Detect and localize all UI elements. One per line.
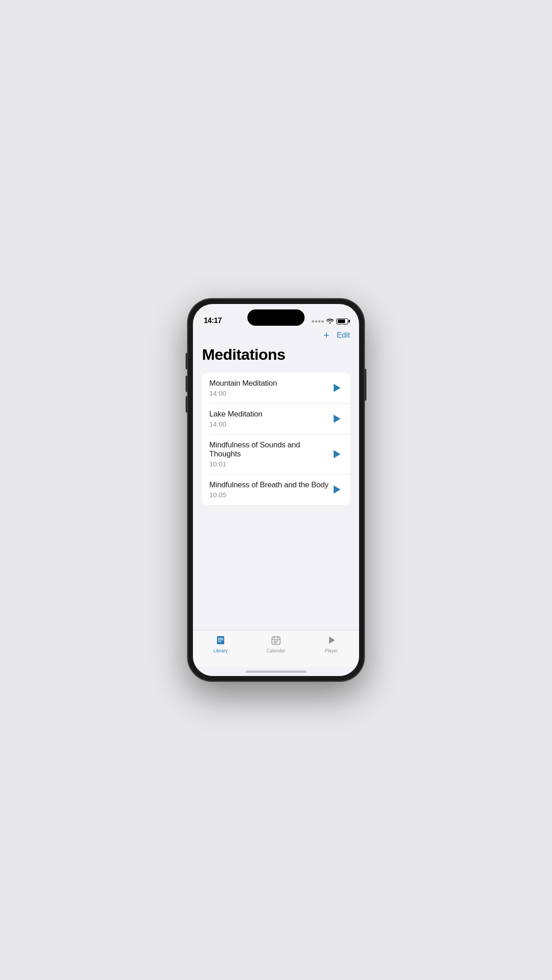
- svg-rect-12: [276, 642, 277, 643]
- calendar-icon: [270, 634, 282, 647]
- dynamic-island: [247, 309, 305, 326]
- meditation-duration: 14:00: [209, 420, 262, 428]
- svg-rect-11: [274, 642, 275, 643]
- meditation-title: Mindfulness of Sounds and Thoughts: [209, 441, 330, 459]
- signal-icon: [312, 320, 324, 323]
- list-item[interactable]: Mindfulness of Breath and the Body 10:05: [202, 474, 350, 505]
- tab-library[interactable]: Library: [193, 634, 248, 653]
- svg-rect-1: [218, 638, 223, 639]
- list-item-info: Mountain Meditation 14:00: [209, 379, 277, 397]
- meditation-title: Lake Meditation: [209, 410, 262, 419]
- meditation-title: Mindfulness of Breath and the Body: [209, 480, 329, 490]
- edit-button[interactable]: Edit: [337, 331, 350, 340]
- meditation-duration: 10:05: [209, 491, 329, 499]
- phone-frame: 14:17 +: [187, 299, 365, 681]
- status-icons: [312, 318, 348, 325]
- play-icon: [334, 450, 340, 458]
- svg-rect-9: [276, 641, 277, 642]
- list-item-info: Mindfulness of Sounds and Thoughts 10:01: [209, 441, 330, 468]
- play-button[interactable]: [330, 483, 343, 496]
- list-item-info: Mindfulness of Breath and the Body 10:05: [209, 480, 329, 499]
- play-icon: [334, 485, 340, 494]
- add-button[interactable]: +: [324, 330, 330, 340]
- list-item[interactable]: Lake Meditation 14:00: [202, 403, 350, 434]
- play-button[interactable]: [330, 448, 343, 461]
- meditation-duration: 10:01: [209, 460, 330, 468]
- library-icon: [214, 634, 227, 647]
- wifi-icon: [326, 318, 334, 325]
- svg-rect-8: [274, 641, 275, 642]
- tab-player-label: Player: [325, 648, 338, 653]
- tab-library-label: Library: [213, 648, 227, 653]
- player-icon: [325, 634, 338, 647]
- list-item-info: Lake Meditation 14:00: [209, 410, 262, 428]
- play-button[interactable]: [330, 412, 343, 425]
- tab-calendar[interactable]: Calendar: [248, 634, 304, 653]
- main-content: + Edit Meditations Mountain Meditation 1…: [193, 328, 359, 630]
- list-item[interactable]: Mindfulness of Sounds and Thoughts 10:01: [202, 434, 350, 474]
- meditation-title: Mountain Meditation: [209, 379, 277, 388]
- meditation-duration: 14:00: [209, 389, 277, 397]
- play-icon: [334, 384, 340, 392]
- toolbar: + Edit: [202, 328, 350, 346]
- page-title: Meditations: [202, 346, 350, 363]
- tab-player[interactable]: Player: [304, 634, 359, 653]
- play-button[interactable]: [330, 382, 343, 394]
- list-item[interactable]: Mountain Meditation 14:00: [202, 372, 350, 403]
- svg-rect-10: [277, 641, 279, 642]
- meditation-list: Mountain Meditation 14:00 Lake Meditatio…: [202, 372, 350, 505]
- home-indicator: [193, 667, 359, 676]
- tab-bar: Library Calendar: [193, 630, 359, 667]
- play-icon: [334, 415, 340, 423]
- svg-rect-3: [218, 641, 222, 642]
- tab-calendar-label: Calendar: [266, 648, 285, 653]
- home-bar: [246, 671, 306, 673]
- phone-screen: 14:17 +: [193, 304, 359, 676]
- battery-icon: [336, 318, 348, 324]
- svg-rect-2: [218, 640, 223, 641]
- status-time: 14:17: [204, 317, 222, 325]
- svg-marker-13: [329, 637, 335, 644]
